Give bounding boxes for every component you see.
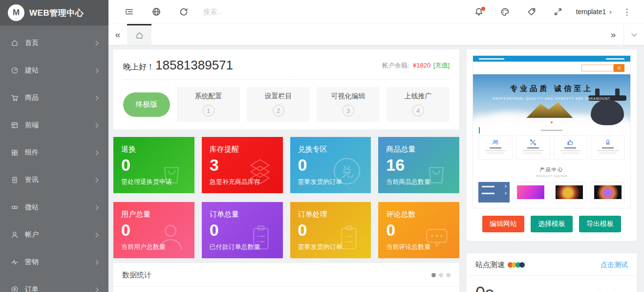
stat-card-total-users[interactable]: 用户总量 0 当前用户总数量 xyxy=(113,202,194,258)
step-set-columns[interactable]: 设置栏目 2 xyxy=(247,87,310,122)
template-switcher[interactable]: template1 › xyxy=(576,8,612,16)
balance-label: 帐户余额: xyxy=(382,62,409,69)
logo-icon: M xyxy=(8,4,24,21)
tab-home[interactable] xyxy=(127,24,151,45)
magnifier-icon xyxy=(618,67,621,69)
stat-card-exchange[interactable]: 兑换专区 0 需要发货的订单 兑 xyxy=(290,137,371,193)
sidebar-item-accounts[interactable]: 帐户 xyxy=(0,221,108,248)
template-card: 专业品质 诚信至上 PROFESSIONAL QUALITY AND HONES… xyxy=(467,49,637,241)
cart-icon xyxy=(11,94,19,102)
preview-topbar-phone xyxy=(606,58,624,60)
carousel-dot[interactable] xyxy=(446,273,451,277)
preview-product-item xyxy=(514,182,548,202)
sidebar-item-components[interactable]: 组件 xyxy=(0,139,108,166)
home-tab-icon xyxy=(135,31,144,40)
chevron-right-icon xyxy=(94,205,99,210)
fullscreen-icon xyxy=(554,7,562,16)
chevron-right-icon xyxy=(94,287,99,292)
tags-button[interactable] xyxy=(518,0,545,23)
preview-product-item xyxy=(552,182,587,202)
clipboard-icon xyxy=(333,222,364,253)
step-go-live[interactable]: 上线推广 4 xyxy=(386,87,450,122)
recharge-link[interactable]: [充值] xyxy=(433,62,450,69)
preview-feature-cards xyxy=(473,135,630,160)
mountain-graphic xyxy=(526,102,573,118)
main-column: 晚上好！18581389571 帐户余额: ¥1820 [充值] 终极版 系统配… xyxy=(113,49,459,292)
balance-value: ¥1820 xyxy=(413,62,430,69)
thumbs-up-icon xyxy=(567,139,574,146)
preview-feature-quality xyxy=(591,135,625,160)
chevron-right-icon xyxy=(94,232,99,237)
export-template-button[interactable]: 导出模板 xyxy=(579,216,621,232)
globe-icon xyxy=(152,7,161,16)
data-statistics-title: 数据统计 xyxy=(122,270,151,280)
chevron-right-icon xyxy=(94,123,99,128)
layout-icon xyxy=(11,121,19,129)
preview-feature-team xyxy=(478,135,513,160)
step-visual-edit[interactable]: 可视化编辑 3 xyxy=(317,87,380,122)
stat-card-total-orders[interactable]: 订单总量 0 已付款订单总数量 xyxy=(202,202,283,258)
sidebar-item-news[interactable]: 资讯 xyxy=(0,166,108,194)
stat-card-order-processing[interactable]: 订单处理 0 需要发货的订单 xyxy=(290,202,371,258)
run-speed-test-link[interactable]: 点击测试 xyxy=(601,261,628,270)
user-icon xyxy=(153,219,188,253)
sidebar-item-label: 帐户 xyxy=(25,230,88,239)
edit-site-button[interactable]: 编辑网站 xyxy=(482,216,524,232)
side-column: 专业品质 诚信至上 PROFESSIONAL QUALITY AND HONES… xyxy=(467,49,637,292)
tab-bar: « » xyxy=(108,23,644,45)
sidebar-item-site-builder[interactable]: 建站 xyxy=(0,57,108,84)
tag-icon xyxy=(527,7,536,16)
tabs-scroll-left-button[interactable]: « xyxy=(108,24,127,45)
template-name: template1 xyxy=(576,8,606,16)
language-button[interactable] xyxy=(143,0,170,23)
stat-card-total-products[interactable]: 商品总量 16 当前商品总数量 xyxy=(378,137,459,193)
preview-topbar xyxy=(473,56,630,62)
tabs-dropdown-button[interactable] xyxy=(623,24,644,45)
sidebar-item-orders[interactable]: 订单 xyxy=(0,276,108,292)
app-logo: M WEB管理中心 xyxy=(0,0,108,25)
sidebar-collapse-button[interactable] xyxy=(115,0,143,23)
tab-bar-actions: » xyxy=(603,24,644,45)
chevron-right-icon: › xyxy=(609,8,612,16)
preview-feature-service xyxy=(554,135,588,160)
preview-product-item xyxy=(590,182,625,202)
stat-card-returns[interactable]: 退换 0 需处理退换货申请 xyxy=(113,137,194,193)
main-area: template1 › ⋮ « » xyxy=(108,0,644,292)
more-options-button[interactable]: ⋮ xyxy=(619,7,635,17)
tools-icon xyxy=(530,139,537,146)
search-input[interactable] xyxy=(203,8,311,16)
sidebar-item-micro-site[interactable]: 微站 xyxy=(0,194,108,221)
preview-search-button xyxy=(614,64,624,72)
preview-feature-production xyxy=(516,135,550,160)
sidebar-item-products[interactable]: 商品 xyxy=(0,84,108,112)
carousel-dots xyxy=(431,273,451,277)
exchange-circle-icon: 兑 xyxy=(330,154,364,188)
stat-card-stock-alert[interactable]: 库存提醒 3 急需补充商品库存 xyxy=(202,137,283,193)
sidebar-item-marketing[interactable]: 营销 xyxy=(0,248,108,276)
preview-navbar xyxy=(473,62,630,74)
preview-hero-banner: 专业品质 诚信至上 PROFESSIONAL QUALITY AND HONES… xyxy=(473,74,630,126)
speed-test-title: 站点测速 xyxy=(475,260,505,270)
carousel-dot[interactable] xyxy=(439,273,443,277)
version-badge: 终极版 xyxy=(123,92,170,117)
carousel-dot-active[interactable] xyxy=(431,273,436,277)
theme-button[interactable] xyxy=(492,0,518,23)
pulse-icon xyxy=(11,258,19,266)
greeting-card: 晚上好！18581389571 帐户余额: ¥1820 [充值] 终极版 系统配… xyxy=(113,49,459,130)
stat-card-total-comments[interactable]: 评论总数 0 当前评论总数量 xyxy=(378,202,459,258)
sidebar-item-home[interactable]: 首页 xyxy=(0,29,108,57)
preview-product-strip xyxy=(473,178,630,202)
notifications-button[interactable] xyxy=(466,0,492,23)
refresh-button[interactable] xyxy=(170,0,197,23)
preview-product-center-title: 产品中心 xyxy=(473,166,630,173)
fullscreen-button[interactable] xyxy=(545,0,571,23)
user-icon xyxy=(11,231,19,239)
chevron-right-icon xyxy=(94,68,99,73)
sidebar-item-frontend[interactable]: 前端 xyxy=(0,112,108,139)
step-system-config[interactable]: 系统配置 1 xyxy=(177,87,240,122)
svg-text:兑: 兑 xyxy=(341,164,353,179)
tabs-scroll-right-button[interactable]: » xyxy=(603,24,623,45)
speed-dot xyxy=(519,262,525,268)
preview-search-box xyxy=(581,65,614,71)
choose-template-button[interactable]: 选择模板 xyxy=(531,216,573,232)
